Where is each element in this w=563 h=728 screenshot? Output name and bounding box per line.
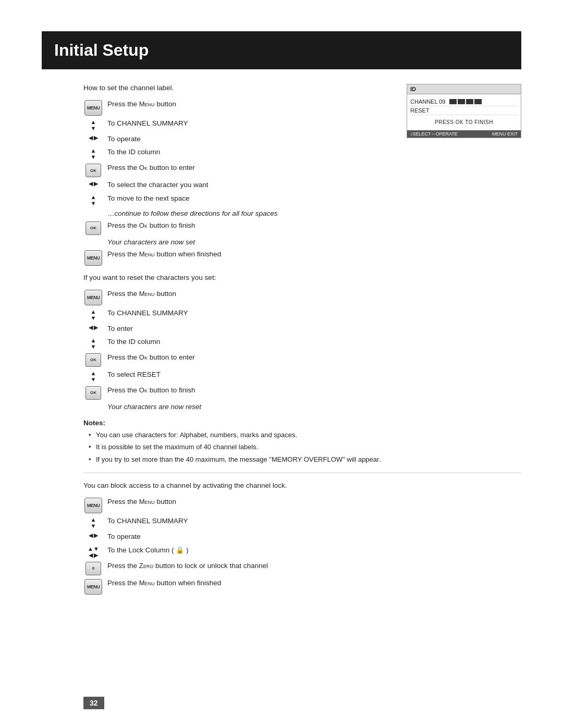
- menu-button-icon: MENU: [83, 578, 103, 595]
- step-text: Press the Menu button when finished: [107, 249, 391, 260]
- page-title: Initial Setup: [42, 31, 521, 69]
- step-row: ▲ ▼ To the ID column: [83, 147, 391, 160]
- step-row: ▲▼ To the ID column: [83, 337, 521, 350]
- left-right-arrow-icon: ◀▶: [83, 532, 103, 538]
- step-text: Press the Menu button: [107, 99, 391, 109]
- step-row: OK Press the Ok button to finish: [83, 220, 391, 235]
- step-text: To move to the next space: [107, 193, 391, 204]
- lock-icon: 🔒: [176, 545, 184, 556]
- step-text: To select the character you want: [107, 180, 391, 190]
- step-row: MENU Press the Menu button when finished: [83, 249, 391, 266]
- step-row: 0 Press the Zero button to lock or unloc…: [83, 561, 521, 575]
- step-row: OK Press the Ok button to enter: [83, 352, 521, 367]
- up-down-arrow-icon: ▲▼: [83, 308, 103, 321]
- left-right-arrow-icon: ◀ ▶: [83, 180, 103, 187]
- tv-block: [466, 99, 473, 104]
- step-row: ▲▼ To CHANNEL SUMMARY: [83, 308, 521, 321]
- step-row: OK Press the Ok button to finish: [83, 385, 521, 400]
- left-right-arrow-icon: ◀ ▶: [83, 134, 103, 141]
- page-number-container: 32: [83, 699, 104, 707]
- step-row: MENU Press the Menu button when finished: [83, 578, 521, 595]
- page-number: 32: [83, 697, 104, 709]
- step-row: ◀▶ To enter: [83, 324, 521, 334]
- step-text: To CHANNEL SUMMARY: [107, 516, 521, 526]
- up-down-arrow-icon: ▲▼: [83, 337, 103, 350]
- step-text: Press the Menu button when finished: [107, 578, 521, 588]
- tv-reset-row: RESET: [410, 106, 518, 115]
- step-row: ◀ ▶ To operate: [83, 134, 391, 144]
- tv-channel-label: CHANNEL 09: [410, 98, 445, 105]
- up-down-arrow-icon: ▲▼: [83, 369, 103, 382]
- notes-list: You can use characters for: Alphabet, nu…: [83, 430, 521, 465]
- note-item: If you try to set more than the 40 maxim…: [89, 454, 521, 465]
- ok-button-icon: OK: [83, 163, 103, 177]
- step-row: MENU Press the Menu button: [83, 497, 521, 513]
- step-row: ▲▼ ◀▶ To the Lock Column ( 🔒 ): [83, 545, 521, 558]
- notes-section: Notes: You can use characters for: Alpha…: [83, 419, 521, 465]
- tv-block: [449, 99, 457, 104]
- step-row: ◀▶ To operate: [83, 532, 521, 542]
- tv-footer: ↕SELECT↔OPERATE MENU EXIT: [407, 130, 521, 138]
- step-row: MENU Press the Menu button: [83, 99, 391, 116]
- tv-block: [474, 99, 482, 104]
- step-text: To CHANNEL SUMMARY: [107, 118, 391, 129]
- step-row: OK Press the Ok button to enter: [83, 163, 391, 177]
- step-text: To the ID column: [107, 337, 521, 347]
- up-down-arrow-icon: ▲ ▼: [83, 193, 103, 206]
- step-text: To enter: [107, 324, 521, 334]
- tv-header: ID: [407, 84, 521, 94]
- channel-label-section: How to set the channel label. MENU Press…: [83, 84, 521, 268]
- tv-footer-left: ↕SELECT↔OPERATE: [410, 131, 458, 137]
- menu-button-icon: MENU: [83, 99, 103, 116]
- reset-section: If you want to reset the characters you …: [83, 274, 521, 411]
- zero-button-icon: 0: [83, 561, 103, 575]
- menu-button-icon: MENU: [83, 249, 103, 266]
- ok-button-icon: OK: [83, 352, 103, 367]
- menu-button-icon: MENU: [83, 289, 103, 305]
- step-row: ◀ ▶ To select the character you want: [83, 180, 391, 190]
- step-text: To the Lock Column ( 🔒 ): [107, 545, 521, 556]
- up-down-arrow-icon: ▲ ▼: [83, 118, 103, 131]
- step-text: Press the Menu button: [107, 289, 521, 299]
- section2-intro: If you want to reset the characters you …: [83, 274, 521, 281]
- menu-button-icon: MENU: [83, 497, 103, 513]
- step-text: To the ID column: [107, 147, 391, 157]
- step-text: To select RESET: [107, 369, 521, 380]
- italic-reset-note: Your characters are now reset: [107, 403, 521, 411]
- note-item: It is possible to set the maximum of 40 …: [89, 442, 521, 452]
- up-down-left-right-arrow-icon: ▲▼ ◀▶: [83, 545, 103, 558]
- ok-button-icon: OK: [83, 385, 103, 400]
- continue-note: …continue to follow these directions for…: [107, 209, 391, 217]
- section1-intro: How to set the channel label.: [83, 84, 391, 92]
- steps-column: How to set the channel label. MENU Press…: [83, 84, 391, 268]
- step-row: MENU Press the Menu button: [83, 289, 521, 305]
- tv-diagram: ID CHANNEL 09 RESET PRESS O: [407, 84, 521, 268]
- step-text: Press the Menu button: [107, 497, 521, 507]
- step-text: Press the Ok button to enter: [107, 163, 391, 173]
- tv-screen: ID CHANNEL 09 RESET PRESS O: [407, 84, 521, 138]
- tv-body: CHANNEL 09 RESET PRESS OK TO FINISH: [407, 94, 521, 130]
- tv-block: [458, 99, 465, 104]
- step-text: To operate: [107, 134, 391, 144]
- step-row: ▲ ▼ To CHANNEL SUMMARY: [83, 118, 391, 131]
- notes-title: Notes:: [83, 419, 521, 427]
- tv-channel-row: CHANNEL 09: [410, 97, 518, 106]
- section-divider: [83, 473, 521, 473]
- step-text: Press the Zero button to lock or unlock …: [107, 561, 521, 571]
- note-item: You can use characters for: Alphabet, nu…: [89, 430, 521, 440]
- up-down-arrow-icon: ▲▼: [83, 516, 103, 529]
- step-text: Press the Ok button to finish: [107, 385, 521, 396]
- step-text: To operate: [107, 532, 521, 542]
- step-text: Press the Ok button to finish: [107, 220, 391, 231]
- step-row: ▲ ▼ To move to the next space: [83, 193, 391, 206]
- page-content: Initial Setup How to set the channel lab…: [0, 0, 563, 728]
- section3-intro: You can block access to a channel by act…: [83, 482, 521, 489]
- left-right-arrow-icon: ◀▶: [83, 324, 103, 330]
- tv-footer-right: MENU EXIT: [492, 131, 518, 137]
- step-row: ▲▼ To select RESET: [83, 369, 521, 382]
- step-text: To CHANNEL SUMMARY: [107, 308, 521, 318]
- tv-blocks: [449, 99, 482, 104]
- channel-lock-section: You can block access to a channel by act…: [83, 482, 521, 594]
- step-row: ▲▼ To CHANNEL SUMMARY: [83, 516, 521, 529]
- up-down-arrow-icon: ▲ ▼: [83, 147, 103, 160]
